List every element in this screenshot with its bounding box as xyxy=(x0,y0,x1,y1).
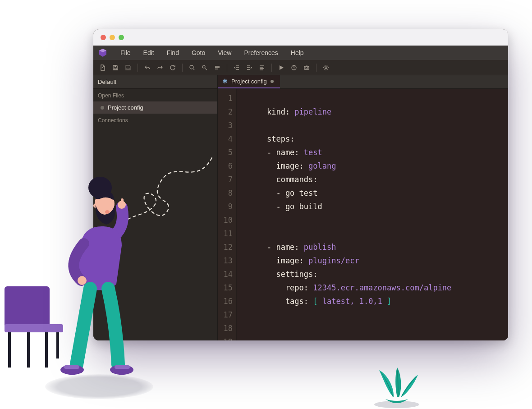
tab-strip: ✱ Project config xyxy=(218,75,508,89)
svg-rect-16 xyxy=(306,65,307,66)
new-file-icon[interactable] xyxy=(97,62,109,74)
svg-point-17 xyxy=(325,67,327,69)
code-text[interactable]: kind: pipeline steps: - name: test image… xyxy=(237,89,508,340)
sidebar: Default Open Files Project config Connec… xyxy=(93,75,218,340)
refresh-icon[interactable] xyxy=(167,62,179,74)
title-bar xyxy=(93,29,508,46)
toolbar-separator xyxy=(271,64,272,72)
sidebar-file-label: Project config xyxy=(108,104,143,111)
svg-rect-5 xyxy=(56,332,59,358)
modified-dot-icon xyxy=(101,106,104,110)
connections-label: Connections xyxy=(93,114,217,126)
minimize-window-icon[interactable] xyxy=(110,35,115,40)
tab-label: Project config xyxy=(231,78,267,85)
toolbar-separator xyxy=(227,64,227,72)
indent-left-icon[interactable] xyxy=(231,62,243,74)
chair-illustration xyxy=(0,286,72,377)
snapshot-icon[interactable] xyxy=(301,62,312,74)
app-logo-icon xyxy=(98,48,108,58)
svg-point-11 xyxy=(190,65,193,69)
svg-rect-3 xyxy=(27,332,30,368)
menu-preferences[interactable]: Preferences xyxy=(238,46,284,60)
editor-window: FileEditFindGotoViewPreferencesHelp Defa… xyxy=(93,29,508,340)
svg-rect-10 xyxy=(127,68,129,69)
maximize-window-icon[interactable] xyxy=(119,35,124,40)
menu-edit[interactable]: Edit xyxy=(137,46,161,60)
search-icon[interactable] xyxy=(186,62,198,74)
toolbar-separator xyxy=(316,64,316,72)
tab-project-config[interactable]: ✱ Project config xyxy=(218,75,280,88)
svg-rect-1 xyxy=(5,324,63,332)
svg-rect-2 xyxy=(8,332,11,368)
svg-point-25 xyxy=(60,365,84,375)
menu-help[interactable]: Help xyxy=(284,46,310,60)
svg-rect-28 xyxy=(115,365,130,369)
toolbar-separator xyxy=(182,64,183,72)
menu-bar: FileEditFindGotoViewPreferencesHelp xyxy=(93,46,508,60)
svg-point-24 xyxy=(78,276,87,285)
undo-icon[interactable] xyxy=(142,62,153,74)
plant-illustration xyxy=(367,368,426,408)
open-files-label: Open Files xyxy=(93,89,217,101)
line-wrap-icon[interactable] xyxy=(211,62,223,74)
editor-pane: ✱ Project config 12345678910111213141516… xyxy=(218,75,508,340)
toolbar xyxy=(93,60,508,75)
svg-rect-0 xyxy=(5,286,50,331)
redo-icon[interactable] xyxy=(154,62,166,74)
svg-point-29 xyxy=(374,401,419,408)
line-number-gutter: 1234567891011121314151617181920 xyxy=(218,89,237,340)
svg-rect-9 xyxy=(115,65,116,67)
align-left-icon[interactable] xyxy=(256,62,268,74)
svg-point-15 xyxy=(306,67,307,69)
settings-icon[interactable] xyxy=(320,62,332,74)
history-icon[interactable] xyxy=(288,62,300,74)
toolbar-separator xyxy=(138,64,138,72)
tab-dirty-dot-icon xyxy=(271,80,274,83)
run-icon[interactable] xyxy=(275,62,287,74)
menu-view[interactable]: View xyxy=(211,46,238,60)
svg-rect-27 xyxy=(64,365,79,369)
find-replace-icon[interactable] xyxy=(199,62,211,74)
svg-point-26 xyxy=(110,365,133,375)
menu-goto[interactable]: Goto xyxy=(185,46,211,60)
code-area[interactable]: 1234567891011121314151617181920 kind: pi… xyxy=(218,89,508,340)
sidebar-file-project-config[interactable]: Project config xyxy=(93,101,217,114)
save-all-icon[interactable] xyxy=(122,62,134,74)
menu-find[interactable]: Find xyxy=(161,46,185,60)
menu-file[interactable]: File xyxy=(114,46,137,60)
save-icon[interactable] xyxy=(110,62,121,74)
close-window-icon[interactable] xyxy=(101,35,106,40)
svg-rect-4 xyxy=(45,332,48,368)
sidebar-heading[interactable]: Default xyxy=(93,75,217,89)
svg-rect-8 xyxy=(114,68,117,69)
indent-right-icon[interactable] xyxy=(243,62,255,74)
ground-shadow xyxy=(45,374,153,399)
